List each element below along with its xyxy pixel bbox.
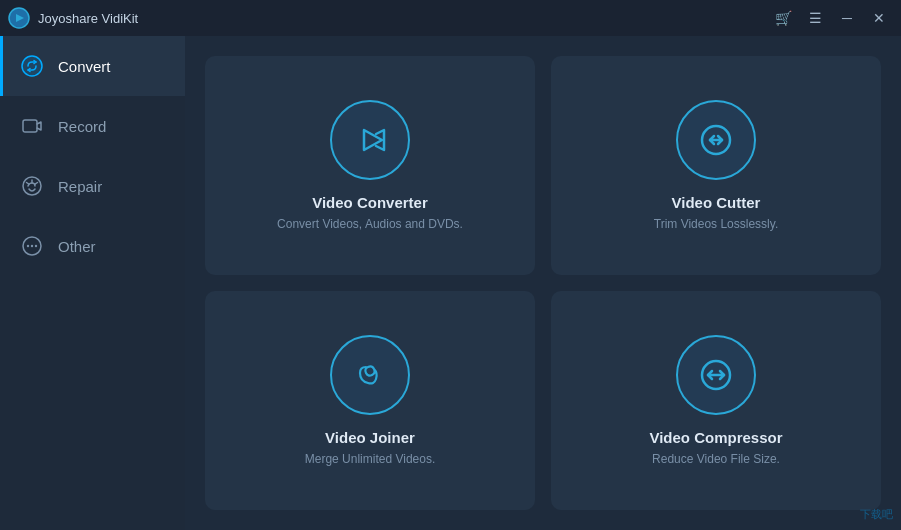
main-layout: Convert Record <box>0 36 901 530</box>
close-button[interactable]: ✕ <box>865 6 893 30</box>
content-grid: Video Converter Convert Videos, Audios a… <box>185 36 901 530</box>
sidebar: Convert Record <box>0 36 185 530</box>
app-logo <box>8 7 30 29</box>
card-video-converter[interactable]: Video Converter Convert Videos, Audios a… <box>205 56 535 275</box>
window-controls: 🛒 ☰ ─ ✕ <box>769 6 893 30</box>
record-label: Record <box>58 118 106 135</box>
title-bar: Joyoshare VidiKit 🛒 ☰ ─ ✕ <box>0 0 901 36</box>
svg-point-5 <box>27 245 29 247</box>
video-joiner-icon-circle <box>330 335 410 415</box>
minimize-button[interactable]: ─ <box>833 6 861 30</box>
convert-label: Convert <box>58 58 111 75</box>
card-video-joiner[interactable]: Video Joiner Merge Unlimited Videos. <box>205 291 535 510</box>
convert-icon <box>20 54 44 78</box>
svg-rect-2 <box>23 120 37 132</box>
video-converter-icon-circle <box>330 100 410 180</box>
card-video-compressor[interactable]: Video Compressor Reduce Video File Size. <box>551 291 881 510</box>
video-compressor-title: Video Compressor <box>649 429 782 446</box>
video-converter-title: Video Converter <box>312 194 428 211</box>
repair-icon <box>20 174 44 198</box>
video-compressor-desc: Reduce Video File Size. <box>652 452 780 466</box>
menu-button[interactable]: ☰ <box>801 6 829 30</box>
video-cutter-icon-circle <box>676 100 756 180</box>
svg-point-6 <box>31 245 33 247</box>
video-cutter-desc: Trim Videos Losslessly. <box>654 217 778 231</box>
sidebar-item-record[interactable]: Record <box>0 96 185 156</box>
video-joiner-desc: Merge Unlimited Videos. <box>305 452 436 466</box>
app-title: Joyoshare VidiKit <box>38 11 769 26</box>
record-icon <box>20 114 44 138</box>
card-video-cutter[interactable]: Video Cutter Trim Videos Losslessly. <box>551 56 881 275</box>
sidebar-item-other[interactable]: Other <box>0 216 185 276</box>
sidebar-item-convert[interactable]: Convert <box>0 36 185 96</box>
other-icon <box>20 234 44 258</box>
video-compressor-icon-circle <box>676 335 756 415</box>
cart-button[interactable]: 🛒 <box>769 6 797 30</box>
video-joiner-title: Video Joiner <box>325 429 415 446</box>
video-cutter-title: Video Cutter <box>672 194 761 211</box>
video-converter-desc: Convert Videos, Audios and DVDs. <box>277 217 463 231</box>
repair-label: Repair <box>58 178 102 195</box>
sidebar-item-repair[interactable]: Repair <box>0 156 185 216</box>
svg-point-1 <box>22 56 42 76</box>
svg-point-7 <box>35 245 37 247</box>
other-label: Other <box>58 238 96 255</box>
